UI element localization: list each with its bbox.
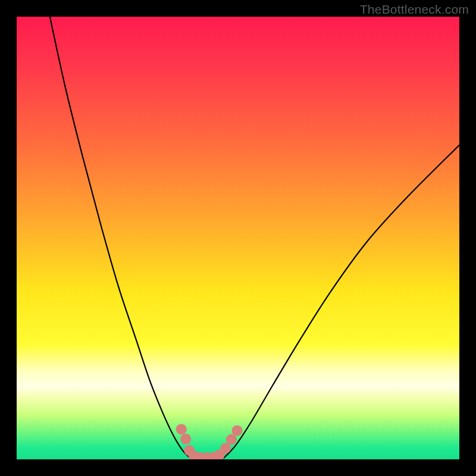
marker-dot [176,424,187,434]
marker-dot [180,434,191,444]
marker-dot [226,434,237,445]
marker-dot [232,425,243,436]
curve-layer [17,17,459,459]
marker-group [176,424,243,459]
watermark-text: TheBottleneck.com [360,2,469,17]
plot-frame [17,17,459,459]
right-branch-path [224,145,459,458]
left-branch-path [50,17,190,458]
marker-dot [220,443,231,453]
